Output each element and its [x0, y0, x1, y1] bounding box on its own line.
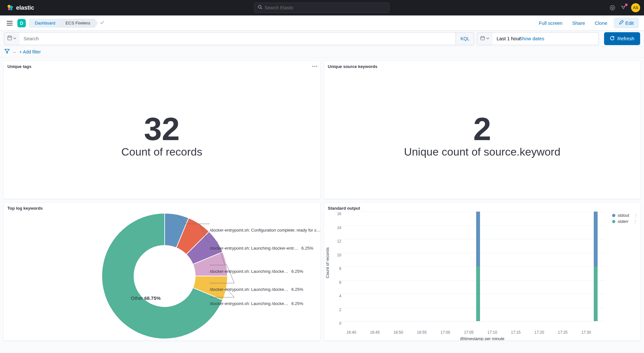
donut-slice-label: /docker-entrypoint.sh: Launching /docke……	[210, 287, 303, 292]
donut-other-prefix: Other	[131, 295, 143, 301]
svg-point-19	[314, 66, 315, 67]
x-tick: 17:20	[534, 330, 544, 335]
donut-chart	[4, 212, 229, 340]
saved-check-icon	[100, 20, 104, 26]
refresh-button[interactable]: Refresh	[604, 32, 640, 45]
breadcrumb-dashboard[interactable]: Dashboard	[29, 19, 60, 28]
panel-standard-output: Standard output Count of records 0246810…	[324, 202, 641, 341]
global-search-input[interactable]	[265, 5, 386, 10]
saved-query-button[interactable]	[4, 32, 20, 45]
x-tick: 17:25	[558, 330, 568, 335]
chevron-down-icon	[486, 36, 489, 41]
query-input[interactable]	[20, 32, 456, 45]
brand-text: elastic	[16, 5, 34, 11]
x-axis: 16:4016:4516:5016:5517:0017:0517:1017:15…	[342, 330, 605, 335]
help-icon[interactable]	[609, 5, 616, 11]
x-tick: 17:15	[511, 330, 521, 335]
share-button[interactable]: Share	[569, 18, 588, 28]
svg-rect-13	[481, 37, 485, 40]
legend-item[interactable]: stderr⋮	[612, 218, 638, 224]
panel-menu-icon[interactable]	[312, 63, 318, 69]
dashboard-grid: Unique tags 32 Count of records Unique s…	[0, 57, 644, 353]
svg-point-1	[10, 6, 13, 9]
svg-line-5	[261, 8, 262, 9]
legend-item[interactable]: stdout⋮	[612, 212, 638, 218]
svg-marker-17	[5, 49, 9, 53]
space-badge[interactable]: D	[17, 19, 26, 27]
query-bar: KQL Show dates Refresh	[0, 31, 644, 46]
svg-point-7	[611, 7, 613, 8]
svg-rect-11	[8, 36, 12, 40]
search-icon	[258, 5, 262, 11]
y-tick: 8	[339, 266, 341, 271]
metric-value: 32	[144, 110, 180, 148]
y-axis-title: Count of records	[325, 247, 330, 278]
legend-more-icon[interactable]: ⋮	[633, 219, 637, 224]
divider-icon: –	[13, 49, 16, 55]
svg-point-2	[8, 8, 10, 10]
svg-rect-12	[9, 36, 11, 37]
x-tick: 17:05	[464, 330, 474, 335]
y-tick: 0	[339, 321, 341, 326]
full-screen-button[interactable]: Full screen	[536, 18, 566, 28]
clone-button[interactable]: Clone	[591, 18, 610, 28]
global-search[interactable]	[254, 3, 389, 13]
x-tick: 17:30	[582, 330, 591, 335]
y-tick: 14	[337, 225, 341, 230]
donut-slice-label: /docker-entrypoint.sh: Launching /docker…	[210, 246, 313, 251]
datepicker-button[interactable]	[477, 32, 493, 45]
bar-legend: stdout⋮stderr⋮	[612, 212, 638, 224]
show-dates-button[interactable]: Show dates	[519, 32, 544, 45]
edit-button[interactable]: Edit	[614, 18, 639, 28]
disk-icon	[7, 36, 12, 41]
y-tick: 6	[339, 280, 341, 285]
user-avatar[interactable]: AS	[631, 3, 640, 12]
donut-other-pct: 68.75%	[144, 295, 161, 301]
calendar-icon	[480, 36, 485, 41]
donut-slice-label: /docker-entrypoint.sh: Launching /docke……	[210, 269, 303, 274]
svg-point-4	[258, 5, 261, 8]
y-tick: 2	[339, 308, 341, 312]
time-range-input[interactable]	[493, 32, 599, 45]
x-tick: 16:45	[370, 330, 380, 335]
breadcrumb-dashboard-label: Dashboard	[35, 21, 55, 25]
panel-unique-tags: Unique tags 32 Count of records	[3, 61, 321, 199]
edit-button-label: Edit	[625, 20, 634, 26]
donut-slice-label: /docker-entrypoint.sh: Launching /docke……	[210, 301, 303, 306]
nav-toggle-icon[interactable]	[5, 19, 14, 28]
brand-logo[interactable]: elastic	[6, 4, 34, 11]
y-tick: 12	[337, 239, 341, 243]
metric-label: Count of records	[121, 146, 202, 158]
x-tick: 17:00	[440, 330, 450, 335]
refresh-button-label: Refresh	[617, 36, 634, 41]
y-tick: 10	[337, 253, 341, 257]
metric-value: 2	[473, 110, 491, 148]
elastic-logo-icon	[6, 4, 14, 11]
legend-more-icon[interactable]: ⋮	[634, 213, 638, 218]
x-tick: 16:55	[417, 330, 427, 335]
x-axis-title: @timestamp per minute	[460, 336, 505, 341]
donut-slice-label: /docker-entrypoint.sh: Configuration com…	[210, 228, 321, 233]
x-tick: 17:10	[487, 330, 497, 335]
donut-other-label: Other 68.75%	[131, 295, 161, 301]
metric-label: Unique count of source.keyword	[404, 146, 561, 158]
svg-point-18	[312, 66, 313, 67]
stacked-bar	[476, 212, 480, 321]
filter-bar: – + Add filter	[0, 46, 644, 57]
notification-dot-icon	[625, 4, 628, 6]
svg-point-6	[610, 5, 615, 10]
breadcrumb-current[interactable]: ECS Firelens	[60, 19, 95, 28]
global-header: elastic AS	[0, 0, 644, 15]
x-tick: 16:40	[347, 330, 356, 335]
breadcrumb-current-label: ECS Firelens	[66, 21, 91, 25]
add-filter-button[interactable]: + Add filter	[19, 49, 41, 54]
stacked-bar	[594, 212, 598, 321]
breadcrumb: Dashboard ECS Firelens	[29, 19, 104, 28]
app-subheader: D Dashboard ECS Firelens Full screen Sha…	[0, 15, 644, 31]
bar-chart	[342, 212, 605, 321]
y-tick: 4	[339, 294, 341, 298]
refresh-icon	[610, 36, 615, 42]
kql-toggle-button[interactable]: KQL	[456, 32, 474, 45]
news-icon[interactable]	[620, 5, 627, 11]
filter-options-icon[interactable]	[5, 49, 10, 55]
